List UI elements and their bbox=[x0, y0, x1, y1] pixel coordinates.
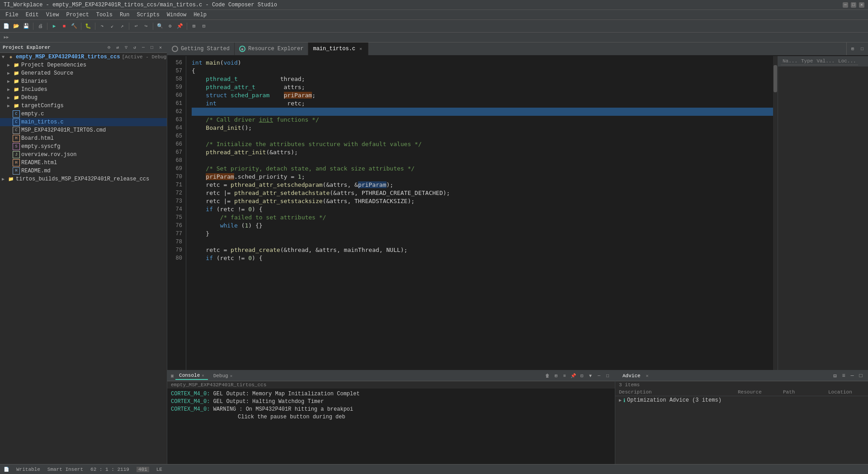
advice-minimize-icon[interactable]: ─ bbox=[849, 372, 856, 379]
open-file-button[interactable]: 📂 bbox=[12, 22, 21, 31]
status-position: 62 : 1 : 2119 bbox=[90, 467, 129, 472]
maximize-console-icon[interactable]: □ bbox=[604, 372, 611, 379]
menu-scripts[interactable]: Scripts bbox=[133, 11, 163, 19]
folder-icon: 📁 bbox=[7, 175, 14, 183]
chevron-right-icon: ▶ bbox=[7, 71, 13, 76]
menu-window[interactable]: Window bbox=[163, 11, 190, 19]
menu-tools[interactable]: Tools bbox=[93, 11, 116, 19]
toolbar-sep-7 bbox=[187, 23, 187, 30]
sidebar-item-readme-html[interactable]: H README.html bbox=[0, 159, 167, 167]
advice-cell-location bbox=[828, 397, 864, 403]
sidebar-item-includes[interactable]: ▶ 📁 Includes bbox=[0, 85, 167, 94]
sidebar-item-main-tirtos[interactable]: C main_tirtos.c bbox=[0, 118, 167, 126]
stop-button[interactable]: ■ bbox=[60, 22, 69, 31]
sidebar-item-debug[interactable]: ▶ 📁 Debug bbox=[0, 94, 167, 102]
layout-button[interactable]: ⊟ bbox=[199, 22, 208, 31]
link-editor-icon[interactable]: ⇄ bbox=[114, 44, 121, 51]
line-number: 70 bbox=[167, 173, 182, 181]
line-number: 71 bbox=[167, 181, 182, 189]
code-content[interactable]: int main(void) { pthread_t thread; pthre… bbox=[186, 56, 773, 370]
tree-item-root-project[interactable]: ▼ ◈ empty_MSP_EXP432P401R_tirtos_ccs [Ac… bbox=[0, 53, 167, 61]
tab-advice[interactable]: Advice bbox=[619, 372, 644, 379]
menu-view[interactable]: View bbox=[42, 11, 63, 19]
sidebar-item-target-configs[interactable]: ▶ 📁 targetConfigs bbox=[0, 102, 167, 110]
step-return-button[interactable]: ↗ bbox=[118, 22, 127, 31]
menu-edit[interactable]: Edit bbox=[22, 11, 42, 19]
pin-console-icon[interactable]: 📌 bbox=[570, 372, 577, 379]
menu-help[interactable]: Help bbox=[190, 11, 210, 19]
tab-getting-started[interactable]: Getting Started bbox=[167, 43, 235, 55]
redo-button[interactable]: ↪ bbox=[142, 22, 151, 31]
vertical-scrollbar[interactable] bbox=[773, 56, 778, 370]
folder-icon: 📁 bbox=[13, 102, 20, 109]
advice-row-optimization[interactable]: ▶ ℹ Optimization Advice (3 items) bbox=[615, 396, 868, 404]
sidebar-item-empty-syscfg[interactable]: S empty.syscfg bbox=[0, 142, 167, 151]
build-button[interactable]: 🔨 bbox=[70, 22, 79, 31]
advice-maximize-icon[interactable]: □ bbox=[857, 372, 864, 379]
code-line-69: /* Set priority, detach state, and stack… bbox=[192, 165, 773, 173]
pin-button[interactable]: 📌 bbox=[175, 22, 184, 31]
gear-icon[interactable]: ⚙ bbox=[165, 22, 175, 31]
menu-run[interactable]: Run bbox=[116, 11, 133, 19]
undo-button[interactable]: ↩ bbox=[132, 22, 141, 31]
console-content: CORTEX_M4_0: GEL Output: Memory Map Init… bbox=[167, 389, 615, 469]
line-number: 61 bbox=[167, 100, 182, 108]
scroll-lock-icon[interactable]: ⊞ bbox=[552, 372, 560, 379]
search-global-button[interactable]: 🔍 bbox=[156, 22, 165, 31]
sidebar-item-msp-cmd[interactable]: C MSP_EXP432P401R_TIRTOS.cmd bbox=[0, 126, 167, 134]
menu-project[interactable]: Project bbox=[62, 11, 92, 19]
line-number: 63 bbox=[167, 116, 182, 124]
tab-console[interactable]: Console ✕ bbox=[175, 372, 208, 380]
console-dropdown-icon[interactable]: ▼ bbox=[587, 372, 594, 379]
line-number: 80 bbox=[167, 254, 182, 262]
maximize-editor-icon[interactable]: □ bbox=[858, 45, 866, 53]
minimize-button[interactable]: ─ bbox=[843, 2, 848, 8]
sidebar-item-empty-c[interactable]: C empty.c bbox=[0, 110, 167, 118]
print-button[interactable]: 🖨 bbox=[36, 22, 45, 31]
maximize-button[interactable]: □ bbox=[851, 2, 856, 8]
word-wrap-icon[interactable]: ≡ bbox=[561, 372, 568, 379]
console-icon: ▣ bbox=[171, 373, 174, 379]
line-number: 66 bbox=[167, 140, 182, 148]
status-bar: 📄 Writable Smart Insert 62 : 1 : 2119 40… bbox=[0, 464, 868, 474]
quick-access-icon[interactable]: ▶▶ bbox=[2, 33, 11, 42]
toolbar-sep-5 bbox=[129, 23, 129, 30]
perspective-button[interactable]: ⊞ bbox=[189, 22, 198, 31]
tab-debug-close[interactable]: ✕ bbox=[230, 374, 232, 379]
sidebar-item-project-dependencies[interactable]: ▶ 📁 Project Dependencies bbox=[0, 61, 167, 69]
menu-file[interactable]: File bbox=[2, 11, 22, 19]
code-line-64: Board_init(); bbox=[192, 124, 773, 132]
maximize-view-icon[interactable]: □ bbox=[148, 44, 156, 51]
tab-close-icon[interactable]: ✕ bbox=[358, 46, 363, 52]
split-editor-icon[interactable]: ⊞ bbox=[849, 45, 857, 53]
minimize-console-icon[interactable]: ─ bbox=[595, 372, 603, 379]
tab-main-tirtos[interactable]: main_tirtos.c ✕ bbox=[308, 43, 368, 55]
sidebar-item-binaries[interactable]: ▶ 📁 Binaries bbox=[0, 77, 167, 85]
tab-console-close[interactable]: ✕ bbox=[202, 373, 204, 378]
tab-resource-explorer[interactable]: ◉ Resource Explorer bbox=[235, 43, 308, 55]
step-into-button[interactable]: ↙ bbox=[108, 22, 117, 31]
sidebar-item-overview-rov[interactable]: J overview.rov.json bbox=[0, 151, 167, 159]
minimize-view-icon[interactable]: ─ bbox=[140, 44, 147, 51]
sync-icon[interactable]: ↺ bbox=[131, 44, 138, 51]
collapse-all-icon[interactable]: ⊖ bbox=[105, 44, 113, 51]
sidebar-item-board-html[interactable]: H Board.html bbox=[0, 134, 167, 142]
new-file-button[interactable]: 📄 bbox=[2, 22, 11, 31]
advice-settings-icon[interactable]: ≡ bbox=[840, 372, 847, 379]
vertical-scrollbar-thumb[interactable] bbox=[774, 65, 777, 92]
filter-icon[interactable]: ▽ bbox=[123, 44, 130, 51]
close-view-icon[interactable]: ✕ bbox=[157, 44, 164, 51]
advice-filter-icon[interactable]: ⊟ bbox=[831, 372, 839, 379]
console-line-1: CORTEX_M4_0: GEL Output: Memory Map Init… bbox=[171, 390, 611, 398]
tab-debug[interactable]: Debug ✕ bbox=[210, 372, 236, 379]
debug-button[interactable]: 🐛 bbox=[84, 22, 93, 31]
run-button[interactable]: ▶ bbox=[50, 22, 59, 31]
sidebar-item-generated-source[interactable]: ▶ 📁 Generated Source bbox=[0, 69, 167, 77]
step-over-button[interactable]: ↷ bbox=[98, 22, 107, 31]
open-console-icon[interactable]: ⊡ bbox=[578, 372, 585, 379]
clear-console-icon[interactable]: 🗑 bbox=[544, 372, 551, 379]
sidebar-item-tirtos-builds[interactable]: ▶ 📁 tirtos_builds_MSP_EXP432P401R_releas… bbox=[0, 175, 167, 183]
sidebar-item-readme-md[interactable]: M README.md bbox=[0, 167, 167, 175]
close-button[interactable]: ✕ bbox=[859, 2, 864, 8]
save-button[interactable]: 💾 bbox=[22, 22, 31, 31]
